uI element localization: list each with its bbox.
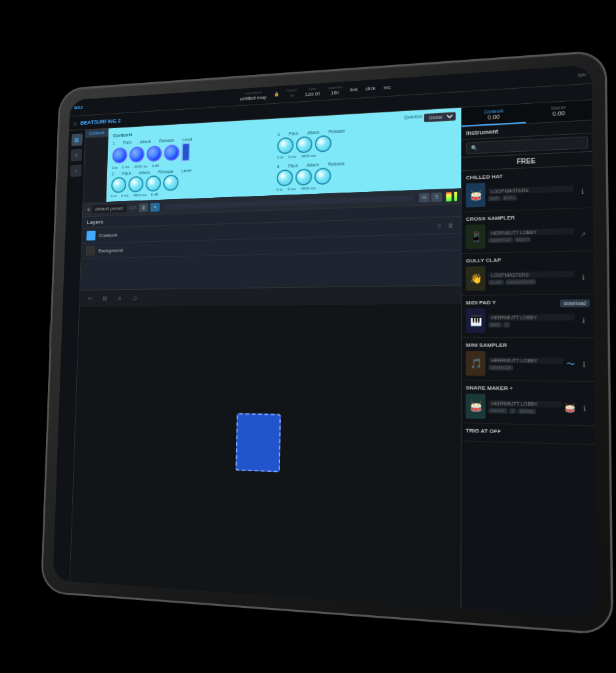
val3-release: 4800 ms <box>301 154 316 158</box>
snare-maker-title: SNARE MAKER + <box>465 384 590 392</box>
knob-2-release[interactable] <box>145 175 161 192</box>
right-tab-master-content: Master 0.00 <box>529 104 589 119</box>
add-preset-btn[interactable]: + <box>151 202 160 212</box>
right-tab-master[interactable]: Master 0.00 <box>526 100 592 123</box>
knob-3-pitch[interactable] <box>277 137 294 154</box>
section2-level: Level <box>181 168 191 173</box>
tablet-device: BS2 map name untitled map 🔒 looper ○ bpm <box>42 52 611 633</box>
ms-buttons: M S <box>419 192 442 202</box>
rec-item[interactable]: rec <box>383 84 391 91</box>
pad-1[interactable] <box>181 143 190 162</box>
instrument-search[interactable] <box>466 136 588 154</box>
quantize-item[interactable]: quantize 16n <box>328 85 343 97</box>
lock-icon-item[interactable]: 🔒 <box>274 92 280 97</box>
gully-clap-thumb: 👋 <box>466 266 486 291</box>
tool-grid[interactable]: ⊞ <box>99 292 110 305</box>
midi-pad-y-body: 🎹 HERRMUTT LOBBY MIDI Y ℹ <box>466 308 590 333</box>
home-icon[interactable]: ⌂ <box>74 120 77 126</box>
layer-delete-btn[interactable]: 🗑 <box>446 220 456 230</box>
layer-icons-context4: ⎘ 🗑 <box>435 220 456 230</box>
section3-release: Release <box>328 129 344 134</box>
cpu-label: cpu <box>578 72 586 78</box>
cross-sampler-action[interactable]: ↗ <box>577 228 589 239</box>
sidebar-icon-notes[interactable]: ♪ <box>70 164 82 177</box>
click-item[interactable]: click <box>366 85 375 91</box>
instrument-cross-sampler[interactable]: CROSS SAMPLER 📱 HERRMUTT LOBBY SAMPLER M… <box>462 208 593 254</box>
section1-attack: Attack <box>140 139 151 144</box>
sidebar-icon-settings[interactable]: ≡ <box>70 149 82 162</box>
top-bar-right: cpu <box>578 72 586 78</box>
instrument-gully-clap[interactable]: GULLY CLAP 👋 LOOPMASTERS CLAP GENERATOR <box>462 251 594 296</box>
chilled-hat-tag-1: ROLL <box>502 195 517 200</box>
cross-sampler-maker: HERRMUTT LOBBY <box>488 227 575 236</box>
section1-pitch: Pitch <box>123 141 132 145</box>
right-tab-context4-content: Context4 0.00 <box>465 107 523 122</box>
mini-sampler-action[interactable]: ℹ <box>578 358 590 369</box>
bpm-item[interactable]: bpm 120.00 <box>305 87 321 99</box>
knob-2-level[interactable] <box>163 174 179 191</box>
instrument-chilled-hat[interactable]: CHILLED HAT 🥁 LOOPMASTERS HAT ROLL <box>462 166 593 212</box>
section4-pitch: Pitch <box>288 164 298 168</box>
knob-4-attack[interactable] <box>295 168 312 185</box>
quantize-dropdown[interactable]: Global <box>424 112 456 122</box>
looper-item[interactable]: looper ○ <box>287 88 297 99</box>
chilled-hat-tag-0: HAT <box>488 195 501 201</box>
knob-4-release[interactable] <box>314 168 331 185</box>
snare-maker-tags: SNARE Y GRAIN <box>488 407 561 415</box>
knob-3-attack[interactable] <box>296 136 312 153</box>
knob-4-pitch[interactable] <box>277 170 293 187</box>
tab-context4[interactable]: Context4 <box>85 129 108 139</box>
tablet-side-button[interactable] <box>49 323 52 347</box>
sidebar-icon-layers[interactable]: ▦ <box>71 133 83 146</box>
instrument-list: CHILLED HAT 🥁 LOOPMASTERS HAT ROLL <box>462 166 598 619</box>
cross-sampler-thumb: 📱 <box>466 224 486 249</box>
instrument-snare-maker[interactable]: SNARE MAKER + 🥁 HERRMUTT LOBBY SNARE Y <box>462 381 595 427</box>
knob-2-pitch[interactable] <box>111 177 126 193</box>
knob-1-level[interactable] <box>164 145 179 161</box>
gully-clap-action[interactable]: ℹ <box>577 271 589 283</box>
snare-maker-action[interactable]: ℹ <box>579 402 590 414</box>
mini-sampler-wave-icon: 〜 <box>566 358 575 370</box>
cross-sampler-tag-0: SAMPLER <box>488 237 513 243</box>
tool-face[interactable]: ☺ <box>129 292 141 304</box>
click-value: click <box>366 85 375 91</box>
knob-2-attack[interactable] <box>128 176 144 193</box>
section2-num: 2 <box>112 172 114 177</box>
midi-pad-y-tag-0: MIDI <box>488 322 502 327</box>
midi-pad-y-action[interactable]: ℹ <box>578 315 590 326</box>
val3-pitch: 0 st <box>277 155 283 159</box>
link-item[interactable]: link <box>350 86 358 93</box>
level-bar-2 <box>454 191 457 200</box>
val2-attack: 0 ms <box>121 194 129 198</box>
knob-1-pitch[interactable] <box>112 147 127 164</box>
instrument-mini-sampler[interactable]: MINI SAMPLER 🎵 HERRMUTT LOBBY SAMPLER <box>462 338 595 382</box>
val2-level: 0 dB <box>151 193 158 197</box>
section4-attack: Attack <box>306 162 319 168</box>
canvas-object-blue[interactable] <box>235 413 281 472</box>
instrument-midi-pad-y[interactable]: MIDI PAD Y download 🎹 HERRMUTT LOBBY MID… <box>462 294 594 338</box>
knob-1-release[interactable] <box>147 145 162 162</box>
knob-1-attack[interactable] <box>129 147 144 163</box>
canvas-area[interactable] <box>70 304 462 609</box>
right-tab-context4[interactable]: Context4 0.00 <box>462 104 526 127</box>
knob-3-release[interactable] <box>315 135 332 152</box>
layer-copy-btn[interactable]: ⎘ <box>435 221 444 231</box>
chilled-hat-info: LOOPMASTERS HAT ROLL <box>488 185 574 201</box>
center-panel: Context4 Context4 Quantize <box>70 108 462 609</box>
instrument-trig-at-off[interactable]: TRIG AT OFF <box>462 423 596 445</box>
layers-canvas-area: Layers Context4 ⎘ 🗑 <box>70 204 462 609</box>
chilled-hat-action[interactable]: ℹ <box>577 185 588 197</box>
m-button[interactable]: M <box>419 193 430 202</box>
prev-arrow[interactable]: ◀ <box>86 206 89 212</box>
s-button[interactable]: S <box>431 192 442 202</box>
mini-sampler-tags: SAMPLER <box>488 365 563 371</box>
midi-pad-y-download-btn[interactable]: download <box>560 299 590 307</box>
link-value: link <box>350 86 358 93</box>
tool-scissors[interactable]: ✂ <box>84 292 96 305</box>
midi-pad-y-tag-1: Y <box>503 322 510 327</box>
delete-preset-btn[interactable]: 🗑 <box>139 203 148 212</box>
tool-align[interactable]: ≡ <box>114 292 126 304</box>
app-logo: BS2 <box>74 104 83 110</box>
mini-sampler-info: HERRMUTT LOBBY SAMPLER <box>488 357 563 371</box>
tablet-screen: BS2 map name untitled map 🔒 looper ○ bpm <box>53 65 597 619</box>
